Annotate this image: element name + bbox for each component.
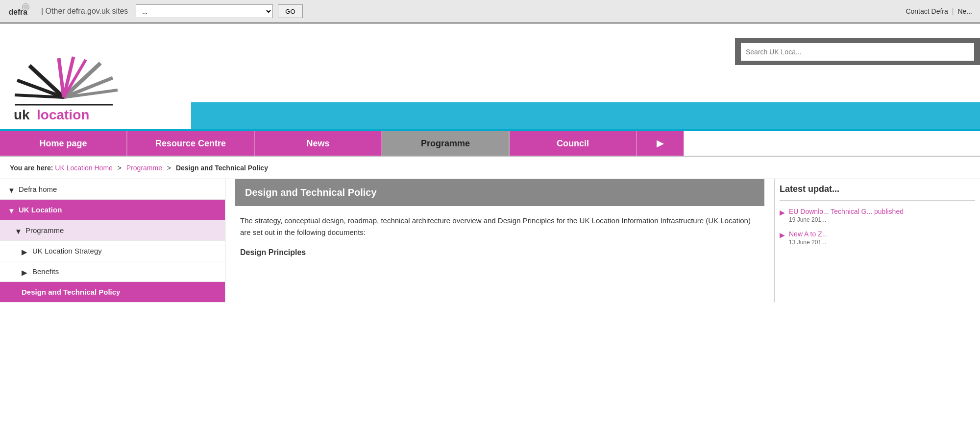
navigation-bar: Home page Resource Centre News Programme… (0, 131, 980, 157)
sidebar-item-defra-home-label: Defra home (19, 185, 57, 193)
sidebar: ▼ Defra home ▼ UK Location ▼ Programme ▶… (0, 179, 225, 302)
update-title-2[interactable]: New A to Z... (789, 230, 828, 238)
breadcrumb-bar: You are here: UK Location Home > Program… (0, 157, 980, 179)
defra-logo-image: defra (8, 2, 33, 20)
content-title: Design and Technical Policy (235, 179, 764, 206)
nav-home[interactable]: Home page (0, 131, 127, 156)
sites-dropdown[interactable]: ... (136, 4, 273, 18)
new-label: Ne... (957, 7, 972, 15)
update-content-2: New A to Z... 13 June 201... (789, 230, 828, 246)
sidebar-item-uk-location[interactable]: ▼ UK Location (0, 200, 225, 220)
content-paragraph: The strategy, conceptual design, roadmap… (240, 215, 760, 238)
main-content: Design and Technical Policy The strategy… (225, 179, 774, 302)
breadcrumb-programme-link[interactable]: Programme (126, 164, 162, 172)
update-item-new-a-to-z: ▶ New A to Z... 13 June 201... (780, 230, 975, 246)
content-body: The strategy, conceptual design, roadmap… (235, 215, 764, 259)
header-area: uk location (0, 23, 980, 131)
sidebar-item-programme-label: Programme (25, 226, 64, 234)
go-button[interactable]: GO (278, 4, 302, 18)
uk-location-logo: uk location (10, 51, 157, 124)
defra-logo: defra (8, 2, 33, 20)
breadcrumb-you-are-here: You are here: (10, 164, 53, 172)
top-bar-pipe: | (952, 7, 954, 15)
content-area: ▼ Defra home ▼ UK Location ▼ Programme ▶… (0, 179, 980, 302)
header-search-input[interactable] (741, 43, 974, 61)
sidebar-item-design-technical[interactable]: Design and Technical Policy (0, 282, 225, 302)
svg-text:uk: uk (14, 107, 30, 122)
uk-location-arrow: ▼ (8, 207, 15, 213)
update-arrow-1: ▶ (780, 209, 785, 216)
sidebar-item-benefits-label: Benefits (32, 267, 59, 276)
strategy-arrow: ▶ (22, 248, 28, 255)
sidebar-item-strategy-label: UK Location Strategy (32, 247, 102, 255)
top-bar: defra | Other defra.gov.uk sites ... GO … (0, 0, 980, 23)
update-item-eu: ▶ EU Downlo... Technical G... published … (780, 208, 975, 223)
header-search-box (735, 38, 980, 65)
sidebar-item-benefits[interactable]: ▶ Benefits (0, 261, 225, 282)
right-panel-title: Latest updat... (780, 179, 975, 201)
breadcrumb-current: Design and Technical Policy (176, 164, 268, 172)
benefits-arrow: ▶ (22, 268, 28, 275)
design-technical-label: Design and Technical Policy (22, 288, 120, 296)
update-date-1: 19 June 201... (789, 216, 904, 223)
nav-programme[interactable]: Programme (382, 131, 510, 156)
blue-banner (191, 102, 980, 129)
sidebar-item-programme[interactable]: ▼ Programme (0, 220, 225, 241)
contact-defra-link[interactable]: Contact Defra (906, 7, 948, 15)
breadcrumb-sep2: > (167, 164, 171, 172)
right-panel: Latest updat... ▶ EU Downlo... Technical… (774, 179, 980, 302)
nav-resource[interactable]: Resource Centre (127, 131, 255, 156)
update-title-1[interactable]: EU Downlo... Technical G... published (789, 208, 904, 215)
defra-home-arrow: ▼ (8, 186, 15, 193)
update-content-1: EU Downlo... Technical G... published 19… (789, 208, 904, 223)
design-principles-heading: Design Principles (240, 246, 760, 259)
svg-text:location: location (37, 107, 89, 122)
sidebar-item-uk-location-strategy[interactable]: ▶ UK Location Strategy (0, 241, 225, 261)
sidebar-item-uk-location-label: UK Location (19, 206, 62, 214)
update-arrow-2: ▶ (780, 231, 785, 239)
breadcrumb-sep1: > (118, 164, 122, 172)
nav-news[interactable]: News (255, 131, 382, 156)
update-date-2: 13 June 201... (789, 239, 828, 246)
top-bar-right: Contact Defra | Ne... (906, 7, 972, 15)
top-bar-separator: | Other defra.gov.uk sites (41, 7, 128, 16)
nav-council[interactable]: Council (510, 131, 637, 156)
programme-arrow: ▼ (15, 227, 22, 234)
breadcrumb-home-link[interactable]: UK Location Home (55, 164, 113, 172)
sidebar-item-defra-home[interactable]: ▼ Defra home (0, 179, 225, 200)
nav-more[interactable]: ▶ (637, 131, 684, 156)
logo-area: uk location (0, 46, 167, 129)
